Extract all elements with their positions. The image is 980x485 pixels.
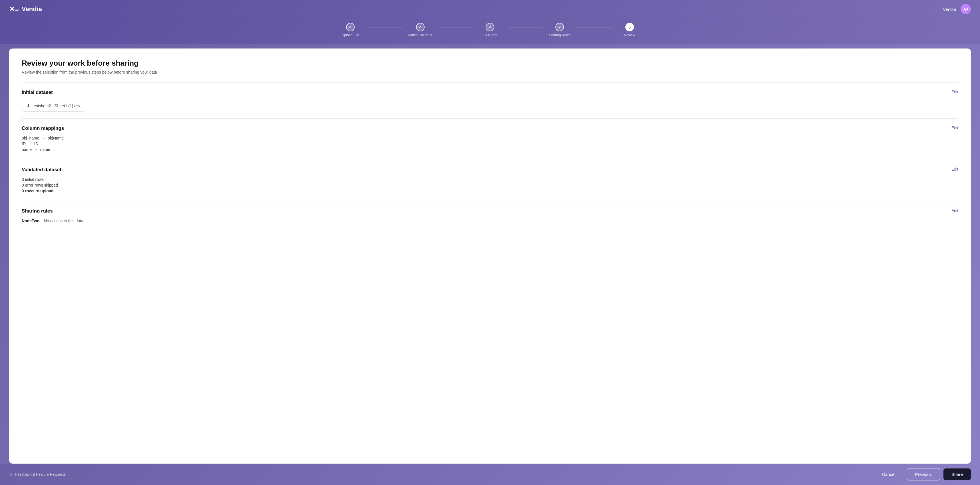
- stepper-container: ✓ Upload File ✓ Match Columns ✓ Fix Erro…: [0, 18, 980, 44]
- section-sharing-rules: Sharing rules Edit NodeTwo No access to …: [22, 201, 958, 230]
- connector-3: [508, 27, 542, 27]
- stat-rows-to-upload: 3 rows to upload: [22, 189, 958, 193]
- card-subtitle: Review the selection from the previous s…: [22, 70, 958, 74]
- step-circle-match: ✓: [416, 23, 425, 32]
- step-label-match: Match Columns: [408, 33, 432, 37]
- sharing-row: NodeTwo No access to this data: [22, 219, 958, 223]
- step-label-upload: Upload File: [342, 33, 359, 37]
- edit-initial-dataset[interactable]: Edit: [951, 90, 958, 94]
- connector-1: [368, 27, 402, 27]
- mappings-list: obj_name → objName ID → ID name → name: [22, 136, 958, 152]
- feedback-icon: ☺: [9, 472, 13, 476]
- step-sharing-rules: ✓ Sharing Rules: [542, 23, 577, 37]
- app-name-display: Vendia: [943, 7, 956, 12]
- card-title: Review your work before sharing: [22, 59, 958, 68]
- header-right: Vendia AV: [943, 4, 971, 14]
- node-name: NodeTwo: [22, 219, 40, 223]
- stat-initial-rows: 3 initial rows: [22, 177, 958, 182]
- mapping-item-1: obj_name → objName: [22, 136, 958, 140]
- footer-feedback[interactable]: ☺ Feedback & Feature Requests: [9, 472, 66, 476]
- section-title-sharing: Sharing rules: [22, 208, 53, 214]
- step-label-review: Review: [624, 33, 635, 37]
- section-header-validated: Validated dataset Edit: [22, 167, 958, 173]
- step-circle-review: 5: [625, 23, 634, 32]
- previous-button[interactable]: Previous: [907, 468, 940, 480]
- stepper: ✓ Upload File ✓ Match Columns ✓ Fix Erro…: [333, 23, 647, 37]
- logo: ✕≡ Vendia: [9, 5, 42, 13]
- connector-4: [578, 27, 612, 27]
- section-title-validated: Validated dataset: [22, 167, 61, 173]
- mapping-item-3: name → name: [22, 147, 958, 152]
- section-column-mappings: Column mappings Edit obj_name → objName …: [22, 118, 958, 160]
- access-label: No access to this data: [44, 219, 83, 223]
- section-title-initial: Initial dataset: [22, 90, 53, 95]
- section-header-initial: Initial dataset Edit: [22, 90, 958, 95]
- header: ✕≡ Vendia Vendia AV: [0, 0, 980, 18]
- share-button[interactable]: Share: [943, 468, 971, 480]
- edit-column-mappings[interactable]: Edit: [951, 125, 958, 130]
- section-title-mappings: Column mappings: [22, 125, 64, 131]
- section-header-mappings: Column mappings Edit: [22, 125, 958, 131]
- mapping-item-2: ID → ID: [22, 141, 958, 146]
- section-initial-dataset: Initial dataset Edit ⬇ testsheet2 - Shee…: [22, 82, 958, 118]
- footer: ☺ Feedback & Feature Requests Cancel Pre…: [0, 464, 980, 485]
- step-match-columns: ✓ Match Columns: [402, 23, 438, 37]
- app-name: Vendia: [22, 5, 42, 13]
- cancel-button[interactable]: Cancel: [874, 468, 904, 480]
- step-circle-fix: ✓: [486, 23, 494, 32]
- step-circle-sharing: ✓: [555, 23, 564, 32]
- step-circle-upload: ✓: [346, 23, 355, 32]
- main-wrapper: Review your work before sharing Review t…: [0, 44, 980, 464]
- step-upload-file: ✓ Upload File: [333, 23, 368, 37]
- step-review: 5 Review: [612, 23, 647, 37]
- stat-error-rows: 0 error rows skipped: [22, 183, 958, 187]
- feedback-label: Feedback & Feature Requests: [15, 472, 65, 476]
- section-header-sharing: Sharing rules Edit: [22, 208, 958, 214]
- connector-2: [438, 27, 473, 27]
- stats-list: 3 initial rows 0 error rows skipped 3 ro…: [22, 177, 958, 193]
- step-label-fix: Fix Errors: [482, 33, 498, 37]
- step-label-sharing: Sharing Rules: [549, 33, 571, 37]
- section-validated-dataset: Validated dataset Edit 3 initial rows 0 …: [22, 160, 958, 201]
- file-chip: ⬇ testsheet2 - Sheet1 (1).csv: [22, 100, 85, 111]
- edit-validated-dataset[interactable]: Edit: [951, 167, 958, 171]
- file-name: testsheet2 - Sheet1 (1).csv: [33, 103, 80, 108]
- review-card: Review your work before sharing Review t…: [9, 49, 971, 464]
- edit-sharing-rules[interactable]: Edit: [951, 208, 958, 213]
- logo-icon: ✕≡: [9, 5, 19, 13]
- avatar: AV: [961, 4, 971, 14]
- step-fix-errors: ✓ Fix Errors: [473, 23, 508, 37]
- download-icon: ⬇: [27, 103, 30, 108]
